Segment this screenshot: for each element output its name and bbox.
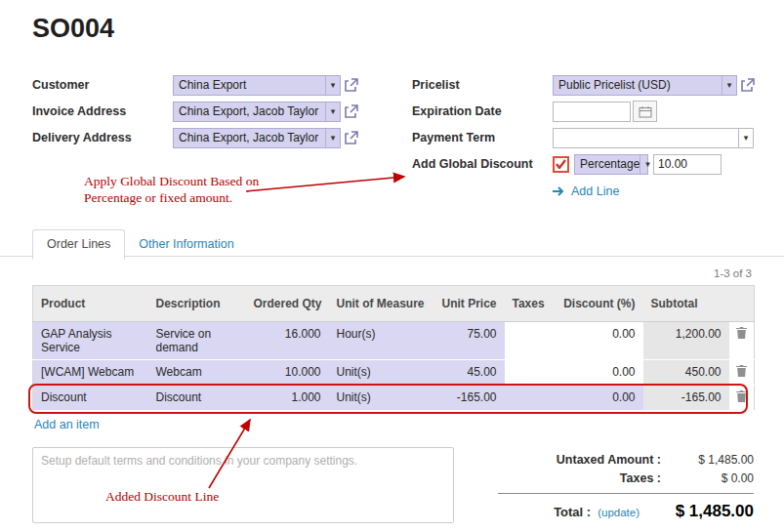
arrow-right-icon bbox=[553, 186, 566, 196]
taxes-label: Taxes : bbox=[620, 471, 661, 485]
untaxed-amount-label: Untaxed Amount : bbox=[557, 453, 661, 467]
page-title: SO004 bbox=[32, 14, 114, 44]
cell-qty[interactable]: 16.000 bbox=[246, 322, 329, 360]
payment-term-select[interactable]: ▾ bbox=[553, 128, 754, 148]
calendar-icon[interactable] bbox=[633, 101, 657, 122]
table-row[interactable]: GAP Analysis Service Service on demand 1… bbox=[33, 322, 755, 360]
cell-taxes[interactable] bbox=[505, 322, 552, 360]
chevron-down-icon[interactable]: ▾ bbox=[325, 129, 340, 147]
chevron-down-icon[interactable]: ▾ bbox=[325, 76, 340, 95]
chevron-down-icon[interactable]: ▾ bbox=[325, 102, 340, 121]
order-lines-table: Product Description Ordered Qty Unit of … bbox=[32, 285, 755, 411]
untaxed-amount-row: Untaxed Amount : $ 1,485.00 bbox=[498, 453, 754, 467]
add-an-item-link[interactable]: Add an item bbox=[32, 415, 102, 434]
cell-unit-price[interactable]: -165.00 bbox=[431, 386, 505, 411]
annotation-global-discount: Apply Global Discount Based on Percentag… bbox=[84, 174, 275, 207]
sales-order-page: SO004 Customer China Export ▾ Invoice Ad… bbox=[0, 0, 784, 532]
delivery-address-value: China Export, Jacob Taylor bbox=[179, 131, 318, 144]
pricelist-external-link-icon[interactable] bbox=[740, 78, 755, 93]
total-label: Total : bbox=[554, 505, 591, 519]
table-row[interactable]: [WCAM] Webcam Webcam 10.000 Unit(s) 45.0… bbox=[33, 360, 755, 386]
trash-icon bbox=[736, 390, 747, 402]
global-discount-checkbox[interactable] bbox=[553, 156, 569, 173]
delete-row-button[interactable] bbox=[729, 322, 755, 360]
delivery-address-field-row: Delivery Address China Export, Jacob Tay… bbox=[32, 127, 412, 148]
col-subtotal[interactable]: Subtotal bbox=[643, 286, 729, 322]
trash-icon bbox=[736, 365, 747, 377]
cell-uom[interactable]: Unit(s) bbox=[329, 360, 431, 386]
cell-unit-price[interactable]: 45.00 bbox=[431, 360, 505, 386]
col-ordered-qty[interactable]: Ordered Qty bbox=[246, 286, 329, 322]
notebook-tabs: Order Lines Other Information bbox=[32, 229, 248, 259]
add-line-button[interactable]: Add Line bbox=[553, 184, 619, 198]
payment-term-field-row: Payment Term ▾ bbox=[412, 127, 755, 148]
cell-taxes[interactable] bbox=[505, 386, 552, 411]
col-description[interactable]: Description bbox=[148, 286, 246, 322]
cell-product[interactable]: [WCAM] Webcam bbox=[33, 360, 148, 386]
cell-subtotal: 450.00 bbox=[643, 360, 729, 386]
cell-discount[interactable]: 0.00 bbox=[552, 386, 643, 411]
payment-term-label: Payment Term bbox=[412, 131, 553, 144]
global-discount-field-row: Add Global Discount Percentage ▾ bbox=[412, 153, 755, 175]
customer-select[interactable]: China Export ▾ bbox=[173, 75, 341, 96]
delete-row-button[interactable] bbox=[729, 386, 755, 411]
cell-product[interactable]: Discount bbox=[33, 386, 148, 411]
taxes-value: $ 0.00 bbox=[661, 471, 754, 485]
cell-subtotal: 1,200.00 bbox=[643, 322, 729, 360]
invoice-address-field-row: Invoice Address China Export, Jacob Tayl… bbox=[32, 101, 412, 122]
totals-divider bbox=[498, 493, 754, 494]
cell-qty[interactable]: 1.000 bbox=[246, 386, 329, 411]
table-header-row: Product Description Ordered Qty Unit of … bbox=[33, 286, 755, 322]
customer-label: Customer bbox=[32, 78, 173, 92]
pricelist-field-row: Pricelist Public Pricelist (USD) ▾ bbox=[412, 74, 755, 96]
annotation-discount-line: Added Discount Line bbox=[105, 489, 219, 506]
pricelist-value: Public Pricelist (USD) bbox=[558, 78, 671, 92]
customer-value: China Export bbox=[179, 78, 246, 92]
discount-amount-input[interactable] bbox=[653, 154, 722, 175]
expiration-date-input[interactable] bbox=[553, 102, 631, 122]
col-unit-of-measure[interactable]: Unit of Measure bbox=[329, 286, 431, 322]
discount-type-value: Percentage bbox=[580, 157, 640, 171]
invoice-address-select[interactable]: China Export, Jacob Taylor ▾ bbox=[173, 102, 341, 122]
order-lines-section: Product Description Ordered Qty Unit of … bbox=[32, 285, 754, 434]
chevron-down-icon[interactable]: ▾ bbox=[722, 76, 736, 95]
col-product[interactable]: Product bbox=[33, 286, 148, 322]
cell-description[interactable]: Webcam bbox=[148, 360, 246, 386]
cell-taxes[interactable] bbox=[505, 360, 552, 386]
col-actions bbox=[729, 286, 755, 322]
cell-uom[interactable]: Hour(s) bbox=[329, 322, 431, 360]
col-unit-price[interactable]: Unit Price bbox=[431, 286, 505, 322]
customer-field-row: Customer China Export ▾ bbox=[32, 74, 412, 96]
delivery-address-select[interactable]: China Export, Jacob Taylor ▾ bbox=[173, 128, 341, 148]
delivery-address-label: Delivery Address bbox=[32, 131, 173, 144]
cell-product[interactable]: GAP Analysis Service bbox=[33, 322, 148, 360]
update-link[interactable]: (update) bbox=[598, 507, 640, 518]
cell-discount[interactable]: 0.00 bbox=[552, 360, 643, 386]
delivery-address-external-link-icon[interactable] bbox=[344, 131, 358, 145]
cell-description[interactable]: Discount bbox=[148, 386, 246, 411]
discount-type-select[interactable]: Percentage ▾ bbox=[574, 154, 648, 175]
cell-uom[interactable]: Unit(s) bbox=[329, 386, 431, 411]
cell-discount[interactable]: 0.00 bbox=[552, 322, 643, 360]
chevron-down-icon[interactable]: ▾ bbox=[738, 129, 753, 147]
pager: 1-3 of 3 bbox=[714, 267, 752, 279]
customer-external-link-icon[interactable] bbox=[344, 78, 358, 93]
cell-unit-price[interactable]: 75.00 bbox=[431, 322, 505, 360]
cell-qty[interactable]: 10.000 bbox=[246, 360, 329, 386]
col-discount[interactable]: Discount (%) bbox=[552, 286, 643, 322]
untaxed-amount-value: $ 1,485.00 bbox=[661, 453, 754, 467]
tab-other-information[interactable]: Other Information bbox=[125, 230, 247, 259]
total-row: Total : (update) $ 1,485.00 bbox=[498, 502, 754, 521]
trash-icon bbox=[736, 327, 747, 339]
pricelist-select[interactable]: Public Pricelist (USD) ▾ bbox=[553, 75, 737, 96]
delete-row-button[interactable] bbox=[729, 360, 755, 386]
taxes-row: Taxes : $ 0.00 bbox=[498, 471, 754, 485]
col-taxes[interactable]: Taxes bbox=[505, 286, 552, 322]
invoice-address-label: Invoice Address bbox=[32, 104, 173, 118]
invoice-address-external-link-icon[interactable] bbox=[344, 104, 358, 119]
table-row-discount[interactable]: Discount Discount 1.000 Unit(s) -165.00 … bbox=[33, 386, 755, 411]
cell-description[interactable]: Service on demand bbox=[148, 322, 246, 360]
invoice-address-value: China Export, Jacob Taylor bbox=[179, 104, 318, 118]
terms-and-conditions-input[interactable]: Setup default terms and conditions in yo… bbox=[32, 447, 454, 523]
tab-order-lines[interactable]: Order Lines bbox=[32, 229, 125, 260]
